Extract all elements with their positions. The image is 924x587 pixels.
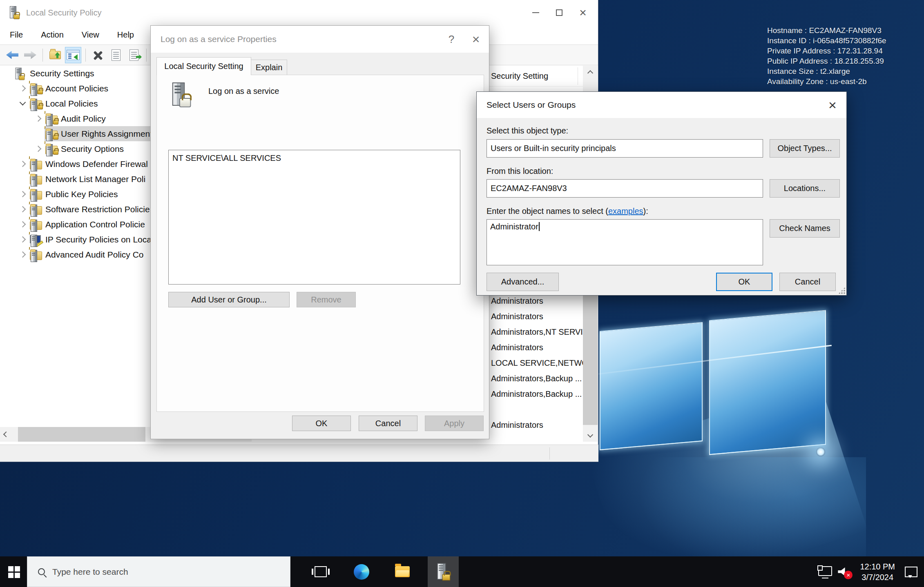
- tree-item-icon: [45, 114, 58, 124]
- maximize-button[interactable]: [547, 0, 571, 25]
- menu-item[interactable]: View: [74, 30, 109, 40]
- apply-button[interactable]: Apply: [425, 416, 484, 431]
- list-item[interactable]: NT SERVICE\ALL SERVICES: [172, 152, 456, 164]
- menu-item[interactable]: Help: [109, 30, 144, 40]
- dialog-titlebar[interactable]: Select Users or Groups ×: [477, 92, 846, 118]
- ok-button[interactable]: OK: [292, 416, 351, 431]
- windows-logo-icon: [8, 566, 13, 571]
- clock-date: 3/7/2024: [860, 572, 895, 583]
- location-value: EC2AMAZ-FAN98V3: [491, 184, 567, 193]
- action-center-icon[interactable]: [905, 567, 917, 577]
- ec2-info-line: Hostname : EC2AMAZ-FAN98V3: [767, 25, 906, 36]
- cancel-button[interactable]: Cancel: [779, 273, 836, 291]
- minimize-button[interactable]: [524, 0, 547, 25]
- tree-item-icon: [45, 144, 58, 154]
- policy-name: Log on as a service: [208, 87, 279, 96]
- tree-item-label: Windows Defender Firewal: [45, 159, 148, 169]
- chevron-icon[interactable]: [20, 99, 26, 106]
- chevron-icon[interactable]: [20, 236, 26, 243]
- scroll-left-button[interactable]: [0, 427, 12, 442]
- dialog-close-button[interactable]: ×: [464, 26, 487, 53]
- help-button[interactable]: ?: [440, 26, 463, 53]
- menu-item[interactable]: Action: [33, 30, 74, 40]
- security-setting-column-header[interactable]: Security Setting: [491, 71, 548, 81]
- dialog-title: Log on as a service Properties: [161, 34, 277, 44]
- tree-item-label: Account Policies: [45, 84, 108, 93]
- select-users-or-groups-dialog: Select Users or Groups × Select this obj…: [476, 91, 847, 296]
- tab-strip: Local Security Setting Explain: [156, 57, 287, 75]
- cancel-button[interactable]: Cancel: [359, 416, 417, 431]
- dialog-title: Select Users or Groups: [487, 100, 576, 110]
- tree-item-label: IP Security Policies on Loca: [45, 235, 152, 245]
- taskbar-clock[interactable]: 12:10 PM 3/7/2024: [856, 561, 899, 583]
- resize-grip[interactable]: [838, 287, 845, 294]
- ok-button[interactable]: OK: [716, 273, 772, 291]
- start-button[interactable]: [0, 556, 27, 587]
- task-view-icon[interactable]: [305, 556, 336, 587]
- wallpaper-light-burst: [816, 447, 825, 456]
- volume-muted-icon[interactable]: ×: [838, 566, 850, 578]
- up-one-level-icon[interactable]: [47, 47, 63, 63]
- clock-time: 12:10 PM: [860, 561, 895, 572]
- export-list-icon[interactable]: [126, 47, 142, 63]
- chevron-icon[interactable]: [20, 191, 26, 198]
- scroll-up-button[interactable]: [583, 66, 598, 80]
- horizontal-scroll-thumb[interactable]: [18, 427, 145, 442]
- delete-icon[interactable]: [90, 47, 106, 63]
- edge-browser-icon[interactable]: [346, 556, 377, 587]
- tree-item-label: Local Policies: [45, 99, 98, 109]
- tree-item-label: User Rights Assignment: [61, 129, 152, 139]
- remove-button[interactable]: Remove: [297, 292, 356, 307]
- wallpaper-window-pane-right: [709, 310, 826, 455]
- menu-item[interactable]: File: [2, 30, 33, 40]
- tree-item-icon: [45, 129, 58, 139]
- add-user-or-group-button[interactable]: Add User or Group...: [168, 292, 290, 307]
- tree-item-icon: [30, 220, 42, 229]
- tree-item-label: Application Control Policie: [45, 220, 145, 229]
- tree-item-icon: [30, 189, 42, 199]
- chevron-up-icon: [587, 70, 593, 76]
- scroll-down-button[interactable]: [583, 427, 598, 442]
- location-field[interactable]: EC2AMAZ-FAN98V3: [487, 179, 763, 198]
- show-console-tree-icon[interactable]: [65, 47, 81, 63]
- chevron-icon[interactable]: [20, 85, 26, 92]
- locations-button[interactable]: Locations...: [770, 179, 840, 198]
- ec2-info-line: Private IP Address : 172.31.28.94: [767, 46, 906, 56]
- forward-icon[interactable]: [22, 47, 38, 63]
- network-icon[interactable]: [818, 566, 832, 576]
- back-icon[interactable]: [4, 47, 20, 63]
- maximize-icon: [556, 9, 562, 16]
- column-divider[interactable]: [578, 67, 578, 85]
- chevron-icon[interactable]: [20, 251, 26, 258]
- tree-item-label: Public Key Policies: [45, 189, 118, 199]
- local-security-policy-icon[interactable]: [428, 556, 459, 587]
- dialog-titlebar[interactable]: Log on as a service Properties ? ×: [151, 26, 489, 53]
- ec2-info-line: Public IP Address : 18.218.255.39: [767, 56, 906, 66]
- window-titlebar[interactable]: Local Security Policy ×: [0, 0, 598, 25]
- check-names-button[interactable]: Check Names: [770, 219, 840, 238]
- tab-local-security-setting[interactable]: Local Security Setting: [156, 57, 251, 75]
- object-types-button[interactable]: Object Types...: [770, 139, 840, 158]
- tree-item-label: Advanced Audit Policy Co: [45, 250, 143, 260]
- properties-icon[interactable]: [108, 47, 124, 63]
- tree-item-icon: [30, 159, 42, 169]
- close-button[interactable]: ×: [571, 0, 595, 25]
- file-explorer-icon[interactable]: [387, 556, 418, 587]
- desktop: Hostname : EC2AMAZ-FAN98V3Instance ID : …: [0, 0, 924, 587]
- chevron-icon[interactable]: [35, 146, 42, 152]
- tree-item-label: Security Options: [61, 144, 124, 154]
- advanced-button[interactable]: Advanced...: [487, 273, 559, 291]
- assigned-principals-listbox[interactable]: NT SERVICE\ALL SERVICES: [168, 150, 460, 285]
- object-type-field[interactable]: Users or Built-in security principals: [487, 139, 763, 158]
- chevron-icon[interactable]: [35, 116, 42, 122]
- dialog-footer: OK Cancel Apply: [151, 412, 489, 439]
- chevron-icon[interactable]: [20, 206, 26, 213]
- chevron-icon[interactable]: [20, 221, 26, 228]
- object-names-input[interactable]: Administrator: [487, 219, 763, 265]
- tab-explain[interactable]: Explain: [251, 60, 287, 75]
- tree-item-icon: [30, 99, 42, 109]
- dialog-close-button[interactable]: ×: [821, 92, 844, 118]
- taskbar-search[interactable]: Type here to search: [27, 556, 290, 587]
- examples-link[interactable]: examples: [608, 207, 643, 216]
- chevron-icon[interactable]: [20, 161, 26, 167]
